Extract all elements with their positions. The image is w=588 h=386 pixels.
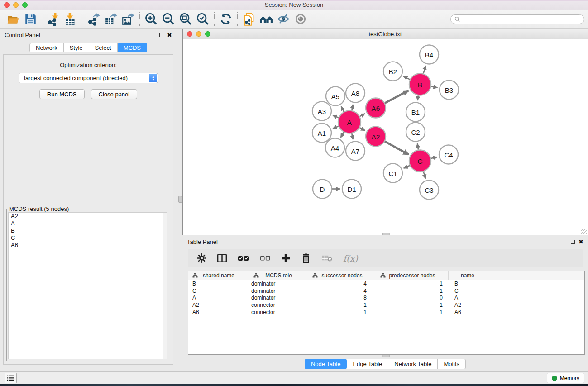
cell[interactable]: 8 [308,295,376,301]
column-header-shared-name[interactable]: shared name [188,271,249,280]
zoom-in-button[interactable] [143,11,160,27]
save-session-button[interactable] [22,11,39,27]
result-item[interactable]: B [9,227,167,234]
graph-edge-A6-B[interactable] [385,91,408,103]
graph-edge-C-C1[interactable] [404,166,410,168]
float-panel-icon[interactable] [159,33,163,37]
cell[interactable]: connector [249,302,308,308]
close-panel-button[interactable]: Close panel [91,89,138,99]
graph-edge-A-A3[interactable] [333,115,339,118]
graph-edge-B-B2[interactable] [403,76,410,80]
graph-edge-A-A7[interactable] [352,133,353,139]
result-item[interactable]: C [9,234,167,242]
cell[interactable]: A [449,295,487,301]
cell[interactable]: A2 [188,302,249,308]
graph-edge-A-A4[interactable] [341,132,344,138]
cell[interactable]: 0 [376,295,449,301]
cell[interactable]: dominator [249,288,308,294]
close-table-panel-icon[interactable]: ✖ [578,240,583,244]
cell[interactable]: C [188,288,249,294]
table-row[interactable]: B dominator 4 1 B [188,280,584,287]
result-scrollbar[interactable] [163,213,167,359]
open-session-button[interactable] [5,11,22,27]
table-hscrollbar-thumb[interactable] [382,355,390,357]
optimization-criterion-dropdown[interactable]: largest connected component (directed) ▲… [19,73,158,83]
import-table-button[interactable] [62,11,79,27]
import-network-button[interactable] [45,11,62,27]
tab-network-table[interactable]: Network Table [388,359,438,369]
graph-edge-B-B3[interactable] [431,86,438,88]
cell[interactable]: A [188,295,249,301]
delete-table-button[interactable] [321,254,333,262]
graph-edge-A-A6[interactable] [360,114,365,116]
graph-edge-C-C4[interactable] [431,157,437,158]
tab-style[interactable]: Style [64,43,89,52]
node-table[interactable]: shared name MCDS role successor nodes pr… [188,271,585,355]
refresh-view-button[interactable] [217,11,234,27]
cell[interactable]: 1 [376,281,449,287]
result-item[interactable]: A2 [9,213,167,220]
show-columns-button[interactable] [217,253,227,263]
graph-edge-A-A2[interactable] [360,128,365,130]
ndex-home-button[interactable] [258,11,275,27]
tab-motifs[interactable]: Motifs [438,359,466,369]
graph-edge-C-C2[interactable] [417,143,418,150]
cell[interactable]: B [449,281,487,287]
table-row[interactable]: A dominator 8 0 A [188,295,584,302]
cell[interactable]: connector [249,309,308,315]
cell[interactable]: 1 [376,302,449,308]
new-network-from-selection-button[interactable] [240,11,258,27]
cell[interactable]: A2 [449,302,487,308]
cell[interactable]: 1 [308,302,376,308]
zoom-selected-button[interactable] [194,11,211,27]
search-field[interactable] [450,14,584,24]
column-header-name[interactable]: name [449,271,487,280]
task-history-button[interactable] [5,373,17,383]
table-settings-button[interactable] [197,253,206,263]
column-header-predecessor-nodes[interactable]: predecessor nodes [376,271,449,280]
result-item[interactable]: A6 [9,242,167,249]
cell[interactable]: C [449,288,487,294]
graph-edge-B-B4[interactable] [423,66,425,73]
export-network-button[interactable] [85,11,102,27]
network-window-titlebar[interactable]: testGlobe.txt [183,29,588,39]
memory-button[interactable]: Memory [547,373,584,383]
graph-edge-A-A8[interactable] [352,105,353,110]
resize-grip-icon[interactable] [581,229,587,234]
table-row[interactable]: A6 connector 1 1 A6 [188,309,584,316]
birds-eye-view-button[interactable] [292,11,309,27]
network-vscrollbar-thumb[interactable] [178,196,182,203]
column-header-successor-nodes[interactable]: successor nodes [308,271,376,280]
tab-mcds[interactable]: MCDS [118,43,147,52]
network-canvas[interactable]: B4B2BB3A5A8A6B1A3AA1C2A2A4A7CC4C1C3DD1 [183,39,588,235]
graph-edge-B-B1[interactable] [417,95,418,100]
tab-node-table[interactable]: Node Table [305,359,347,369]
mcds-result-list[interactable]: A2 A B C A6 [8,212,167,359]
zoom-out-button[interactable] [160,11,177,27]
hide-graphics-details-button[interactable] [275,11,292,27]
graph-edge-A2-C[interactable] [385,142,409,155]
export-table-button[interactable] [102,11,120,27]
zoom-fit-button[interactable] [177,11,194,27]
table-row[interactable]: C dominator 4 1 C [188,287,584,295]
cell[interactable]: B [188,281,249,287]
float-table-panel-icon[interactable] [571,240,575,244]
delete-columns-button[interactable] [301,253,311,263]
search-input[interactable] [463,16,580,22]
select-all-rows-button[interactable] [238,255,249,262]
cell[interactable]: 1 [376,288,449,294]
graph-edge-A-A1[interactable] [333,126,339,129]
table-row[interactable]: A2 connector 1 1 A2 [188,301,584,309]
tab-edge-table[interactable]: Edge Table [347,359,388,369]
tab-network[interactable]: Network [29,43,64,52]
cell[interactable]: 4 [308,288,376,294]
run-mcds-button[interactable]: Run MCDS [39,89,85,99]
unselect-all-rows-button[interactable] [260,255,271,262]
cell[interactable]: dominator [249,281,308,287]
create-column-button[interactable] [281,253,291,263]
cell[interactable]: A6 [449,309,487,315]
cell[interactable]: dominator [249,295,308,301]
graph-edge-C-C3[interactable] [424,172,426,178]
graph-edge-A-A5[interactable] [341,106,344,111]
cell[interactable]: A6 [188,309,249,315]
